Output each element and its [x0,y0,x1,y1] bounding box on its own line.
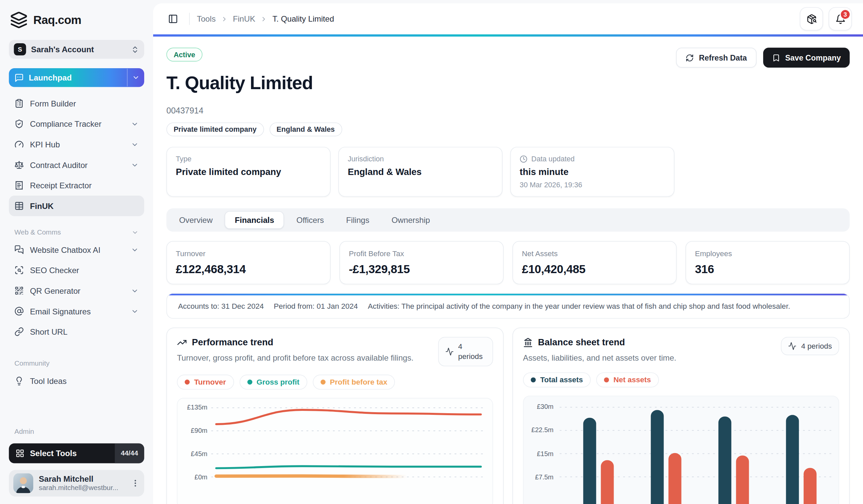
at-sign-icon [14,306,24,316]
sidebar-item-website-chatbox-ai[interactable]: Website Chatbox AI [9,240,144,260]
sidebar-item-contract-auditor[interactable]: Contract Auditor [9,155,144,175]
sidebar: Raq.com S Sarah's Account Launchpad [0,0,153,504]
breadcrumb-tools[interactable]: Tools [197,14,215,23]
launchpad-button[interactable]: Launchpad [9,68,144,87]
account-label: Sarah's Account [31,45,126,54]
panel-title: Performance trend [192,337,273,348]
jurisdiction-card-label: Jurisdiction [348,155,493,163]
legend-net-assets[interactable]: Net assets [596,373,659,388]
scale-icon [14,160,24,169]
sidebar-item-seo-checker[interactable]: SEO Checker [9,260,144,281]
stat-value: 316 [695,263,840,276]
layers-logo-icon [10,11,28,29]
avatar [13,473,33,493]
account-switcher[interactable]: S Sarah's Account [9,40,144,59]
brand-name: Raq.com [33,13,81,27]
tab-financials[interactable]: Financials [225,211,284,229]
filing-summary-strip: Accounts to: 31 Dec 2024 Period from: 01… [166,293,850,319]
accounts-to: Accounts to: 31 Dec 2024 [178,302,264,310]
select-tools-main[interactable]: Select Tools [9,443,115,463]
legend-label: Gross profit [257,378,299,386]
balance-legend: Total assets Net assets [523,373,839,388]
legend-profit-before-tax[interactable]: Profit before tax [313,375,395,390]
user-name: Sarah Mitchell [39,474,126,483]
tab-officers[interactable]: Officers [286,211,334,229]
filing-summary-text: Accounts to: 31 Dec 2024 Period from: 01… [178,302,838,310]
breadcrumb-current: T. Quality Limited [272,14,334,23]
legend-label: Total assets [540,376,583,384]
launchpad-expand-button[interactable] [127,68,144,87]
activity-icon [788,342,797,350]
sidebar-item-tool-ideas[interactable]: Tool Ideas [9,371,144,391]
net-assets-bar [804,468,817,504]
bar-chart-canvas [524,396,839,504]
package-search-icon [806,14,817,24]
chevron-down-icon [131,287,138,294]
y-axis-tick: £45m [182,450,208,458]
y-axis-tick: £135m [182,403,208,411]
receipt-icon [14,181,24,190]
refresh-icon [686,54,694,62]
sidebar-item-qr-generator[interactable]: QR Generator [9,281,144,301]
sidebar-item-compliance-tracker[interactable]: Compliance Tracker [9,114,144,134]
launchpad-main[interactable]: Launchpad [9,68,127,87]
package-search-button[interactable] [800,7,823,30]
shield-check-icon [14,119,24,128]
sidebar-item-receipt-extractor[interactable]: Receipt Extractor [9,175,144,196]
stat-value: £10,420,485 [522,263,667,276]
sidebar-item-label: Form Builder [30,99,76,108]
jurisdiction-card: Jurisdiction England & Wales [338,147,502,197]
clipboard-list-icon [14,99,24,108]
legend-total-assets[interactable]: Total assets [523,373,591,388]
breadcrumb-finuk[interactable]: FinUK [233,14,255,23]
divider [189,13,190,25]
bookmark-icon [772,54,780,62]
sidebar-toggle-button[interactable] [164,10,182,28]
notifications-button[interactable]: 3 [829,7,852,30]
sidebar-item-email-signatures[interactable]: Email Signatures [9,301,144,322]
sidebar-item-label: Tool Ideas [30,377,66,386]
panel-header: Performance trend Turnover, gross profit… [177,337,493,366]
y-axis-tick: £22.5m [528,426,554,434]
tab-filings[interactable]: Filings [336,211,379,229]
y-axis-tick: £0m [182,474,208,481]
sidebar-section-admin: Admin [14,427,138,435]
ellipsis-vertical-icon[interactable] [131,478,140,487]
section-label-text: Admin [14,427,34,435]
chevron-down-icon [131,120,138,128]
legend-turnover[interactable]: Turnover [177,375,234,390]
qr-code-icon [14,286,24,295]
user-card[interactable]: Sarah Mitchell sarah.mitchell@westbur... [9,470,144,496]
brand-logo: Raq.com [10,11,143,29]
select-tools-button[interactable]: Select Tools 44/44 [9,443,144,463]
breadcrumb: Tools FinUK T. Quality Limited [197,14,334,23]
select-tools-label: Select Tools [30,449,77,457]
sidebar-item-form-builder[interactable]: Form Builder [9,93,144,114]
panel-title: Balance sheet trend [538,337,625,348]
save-company-button[interactable]: Save Company [763,48,850,67]
sidebar-item-short-url[interactable]: Short URL [9,321,144,342]
sidebar-item-finuk[interactable]: FinUK [9,196,144,216]
refresh-data-button[interactable]: Refresh Data [676,48,756,67]
sidebar-item-kpi-hub[interactable]: KPI Hub [9,134,144,155]
total-assets-bar [786,415,799,504]
performance-legend: Turnover Gross profit Profit before tax [177,375,493,390]
sidebar-item-label: Compliance Tracker [30,119,102,128]
tab-overview[interactable]: Overview [169,211,223,229]
charts-row: Performance trend Turnover, gross profit… [166,328,850,504]
sidebar-item-label: Receipt Extractor [30,181,91,190]
tools-count-badge: 44/44 [114,443,144,463]
header-actions: Refresh Data Save Company [676,48,850,67]
periods-badge: 4 periods [781,337,839,355]
stat-label: Profit Before Tax [349,249,494,258]
periods-badge-label: 4 periods [801,342,832,350]
launchpad-label: Launchpad [29,73,72,82]
sidebar-section-community: Community [14,360,138,367]
data-updated-value: this minute [520,167,665,178]
net-assets-stat-card: Net Assets £10,420,485 [512,241,677,284]
chevron-down-icon [132,74,139,81]
legend-gross-profit[interactable]: Gross profit [239,375,307,390]
panel-header: Balance sheet trend Assets, liabilities,… [523,337,839,364]
sidebar-section-web-comms[interactable]: Web & Comms [14,228,138,236]
tab-ownership[interactable]: Ownership [382,211,440,229]
